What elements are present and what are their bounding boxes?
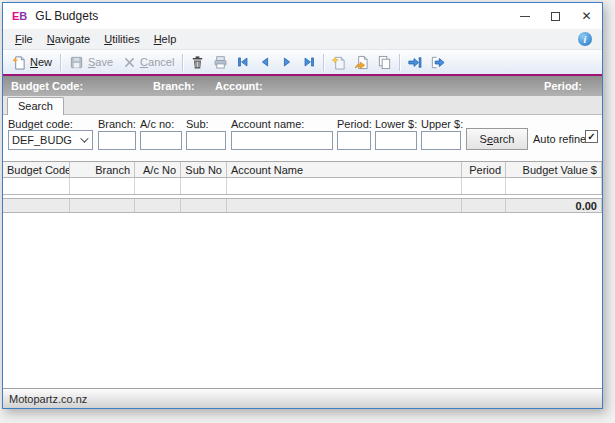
minimize-button[interactable] bbox=[509, 3, 540, 29]
grid-cell bbox=[462, 178, 506, 194]
save-button[interactable]: Save bbox=[64, 53, 118, 72]
delete-button[interactable] bbox=[186, 53, 209, 72]
export-button[interactable] bbox=[426, 53, 449, 72]
menu-utilities[interactable]: Utilities bbox=[97, 30, 146, 48]
delete-trash-icon bbox=[190, 55, 205, 70]
export-arrow-icon bbox=[430, 55, 445, 70]
new-button-label: New bbox=[30, 56, 52, 68]
menu-navigate[interactable]: Navigate bbox=[40, 30, 97, 48]
new-line-icon bbox=[331, 55, 346, 70]
import-arrow-icon bbox=[407, 55, 422, 70]
grid-body bbox=[3, 213, 602, 388]
edit-line-icon bbox=[354, 55, 369, 70]
print-button[interactable] bbox=[209, 53, 232, 72]
nav-next-icon bbox=[280, 55, 294, 69]
nav-previous-button[interactable] bbox=[254, 53, 276, 71]
grid-cell bbox=[506, 178, 602, 194]
maximize-icon bbox=[551, 12, 560, 21]
cancel-button[interactable]: Cancel bbox=[118, 54, 179, 71]
status-bar: Motopartz.co.nz bbox=[3, 388, 602, 408]
auto-refine-checkbox[interactable]: ✓ bbox=[585, 130, 598, 143]
nav-first-button[interactable] bbox=[232, 53, 254, 71]
toolbar-separator bbox=[60, 54, 61, 71]
nav-next-button[interactable] bbox=[276, 53, 298, 71]
column-header-sub-no[interactable]: Sub No bbox=[181, 162, 227, 177]
ac-no-field[interactable] bbox=[140, 131, 182, 150]
totals-cell bbox=[135, 199, 181, 212]
budget-code-value: DEF_BUDG bbox=[12, 134, 72, 146]
totals-cell bbox=[181, 199, 227, 212]
tab-search[interactable]: Search bbox=[7, 97, 64, 115]
grid-cell bbox=[135, 178, 181, 194]
chevron-down-icon bbox=[80, 134, 88, 142]
totals-cell bbox=[70, 199, 135, 212]
column-header-budget-value[interactable]: Budget Value $ bbox=[506, 162, 602, 177]
totals-cell bbox=[462, 199, 506, 212]
ac-no-label: A/c no: bbox=[140, 118, 174, 130]
column-header-budget-code[interactable]: Budget Code bbox=[3, 162, 70, 177]
account-name-label: Account name: bbox=[231, 118, 304, 130]
grid-cell bbox=[3, 178, 70, 194]
toolbar-separator bbox=[323, 54, 324, 71]
search-form: Budget code: DEF_BUDG Branch: A/c no: Su… bbox=[3, 115, 602, 161]
cancel-x-icon bbox=[123, 56, 136, 69]
account-name-field[interactable] bbox=[231, 131, 333, 150]
auto-refine-label: Auto refine bbox=[533, 133, 586, 145]
grid-cell bbox=[70, 178, 135, 194]
search-button[interactable]: Search bbox=[466, 128, 528, 150]
copy-button[interactable] bbox=[373, 53, 396, 72]
toolbar: New Save Cancel bbox=[3, 50, 602, 74]
new-line-button[interactable] bbox=[327, 53, 350, 72]
import-button[interactable] bbox=[403, 53, 426, 72]
nav-last-button[interactable] bbox=[298, 53, 320, 71]
branch-field[interactable] bbox=[98, 131, 136, 150]
branch-label: Branch: bbox=[98, 118, 136, 130]
grid-empty-row[interactable] bbox=[3, 178, 602, 195]
column-header-ac-no[interactable]: A/c No bbox=[135, 162, 181, 177]
new-button[interactable]: New bbox=[6, 53, 57, 72]
new-page-icon bbox=[11, 55, 26, 70]
sub-field[interactable] bbox=[186, 131, 226, 150]
record-header-band: Budget Code: Branch: Account: Period: bbox=[3, 76, 602, 96]
band-period-label: Period: bbox=[544, 80, 582, 92]
totals-cell bbox=[227, 199, 462, 212]
close-icon: ✕ bbox=[581, 10, 591, 22]
checkbox-check-icon: ✓ bbox=[587, 131, 595, 142]
budget-code-select[interactable]: DEF_BUDG bbox=[8, 130, 93, 150]
menu-file[interactable]: File bbox=[8, 30, 40, 48]
maximize-button[interactable] bbox=[540, 3, 571, 29]
logo-letter-b: B bbox=[19, 10, 27, 22]
edit-line-button[interactable] bbox=[350, 53, 373, 72]
grid-header-row: Budget Code Branch A/c No Sub No Account… bbox=[3, 161, 602, 178]
column-header-branch[interactable]: Branch bbox=[70, 162, 135, 177]
lower-label: Lower $: bbox=[375, 118, 417, 130]
column-header-account-name[interactable]: Account Name bbox=[227, 162, 462, 177]
print-icon bbox=[213, 55, 228, 70]
toolbar-separator bbox=[399, 54, 400, 71]
band-branch-label: Branch: bbox=[153, 80, 195, 92]
column-header-period[interactable]: Period bbox=[462, 162, 506, 177]
totals-cell bbox=[3, 199, 70, 212]
close-button[interactable]: ✕ bbox=[571, 3, 602, 29]
save-button-label: Save bbox=[88, 56, 113, 68]
nav-previous-icon bbox=[258, 55, 272, 69]
period-label: Period: bbox=[337, 118, 372, 130]
upper-label: Upper $: bbox=[421, 118, 463, 130]
band-account-label: Account: bbox=[215, 80, 263, 92]
lower-field[interactable] bbox=[375, 131, 417, 150]
menu-help[interactable]: Help bbox=[147, 30, 184, 48]
upper-field[interactable] bbox=[421, 131, 461, 150]
band-budget-code-label: Budget Code: bbox=[11, 80, 83, 92]
totals-budget-value: 0.00 bbox=[506, 199, 602, 212]
grid-cell bbox=[181, 178, 227, 194]
info-icon[interactable]: i bbox=[578, 32, 592, 46]
app-logo-icon: EB bbox=[12, 10, 27, 22]
toolbar-separator bbox=[182, 54, 183, 71]
minimize-icon bbox=[520, 16, 530, 17]
nav-last-icon bbox=[302, 55, 316, 69]
cancel-button-label: Cancel bbox=[140, 56, 174, 68]
nav-first-icon bbox=[236, 55, 250, 69]
budget-code-label: Budget code: bbox=[8, 118, 73, 130]
status-text: Motopartz.co.nz bbox=[9, 393, 87, 405]
period-field[interactable] bbox=[337, 131, 371, 150]
